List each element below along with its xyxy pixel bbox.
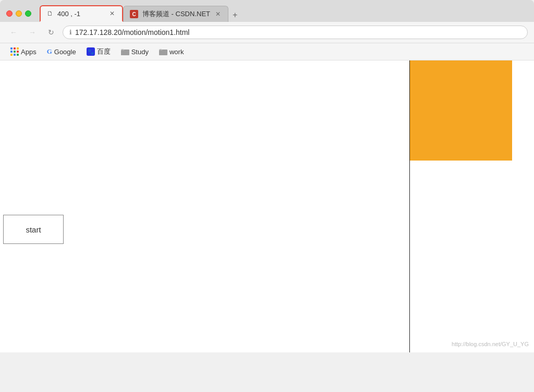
study-label: Study: [131, 48, 149, 56]
close-button[interactable]: [6, 10, 13, 17]
address-text: 172.17.128.20/motion/motion1.html: [75, 28, 189, 36]
orange-box: [410, 60, 512, 161]
nav-bar: ← → ↻ ℹ 172.17.128.20/motion/motion1.htm…: [0, 22, 534, 43]
browser-chrome: 🗋 400 , -1 ✕ C 博客频道 - CSDN.NET ✕ + ← → ↻…: [0, 0, 534, 352]
page-content: start http://blog.csdn.net/GY_U_YG: [0, 60, 534, 352]
inactive-tab-title: 博客频道 - CSDN.NET: [142, 9, 210, 19]
active-tab[interactable]: 🗋 400 , -1 ✕: [40, 5, 123, 22]
minimize-button[interactable]: [16, 10, 22, 17]
baidu-icon: 🐾: [87, 47, 95, 56]
tabs-container: 🗋 400 , -1 ✕ C 博客频道 - CSDN.NET ✕ +: [40, 5, 528, 22]
tab-favicon-active: 🗋: [47, 10, 53, 17]
start-button-label: start: [26, 225, 41, 234]
folder-work-icon: [159, 48, 167, 55]
baidu-label: 百度: [97, 47, 111, 56]
refresh-button[interactable]: ↻: [44, 25, 58, 40]
bookmarks-bar: Apps G Google 🐾 百度 Study: [0, 43, 534, 60]
tab-close-button[interactable]: ✕: [108, 9, 116, 18]
bookmark-apps[interactable]: Apps: [6, 46, 41, 57]
traffic-lights: [6, 10, 31, 17]
new-tab-button[interactable]: +: [228, 8, 241, 22]
bookmark-work[interactable]: work: [155, 46, 188, 57]
csdn-icon: C: [130, 10, 138, 18]
maximize-button[interactable]: [25, 10, 31, 17]
title-bar: 🗋 400 , -1 ✕ C 博客频道 - CSDN.NET ✕ +: [0, 0, 534, 22]
bookmark-study[interactable]: Study: [117, 46, 153, 57]
forward-icon: →: [29, 28, 36, 36]
work-label: work: [169, 48, 184, 56]
google-label: Google: [54, 48, 76, 56]
apps-label: Apps: [21, 48, 37, 56]
bookmark-baidu[interactable]: 🐾 百度: [82, 45, 115, 58]
watermark-text: http://blog.csdn.net/GY_U_YG: [452, 341, 529, 347]
google-icon: G: [47, 47, 52, 56]
address-bar[interactable]: ℹ 172.17.128.20/motion/motion1.html: [63, 26, 528, 39]
info-icon: ℹ: [69, 29, 72, 36]
active-tab-title: 400 , -1: [57, 10, 104, 18]
footer-watermark: http://blog.csdn.net/GY_U_YG: [452, 341, 529, 347]
back-icon: ←: [10, 28, 17, 36]
folder-study-icon: [121, 48, 129, 55]
inactive-tab-close-button[interactable]: ✕: [214, 10, 222, 18]
start-button[interactable]: start: [3, 215, 64, 244]
bookmark-google[interactable]: G Google: [43, 46, 80, 57]
apps-icon: [10, 47, 19, 56]
inactive-tab[interactable]: C 博客频道 - CSDN.NET ✕: [123, 6, 228, 22]
forward-button[interactable]: →: [25, 25, 40, 40]
refresh-icon: ↻: [48, 28, 54, 36]
back-button[interactable]: ←: [6, 25, 21, 40]
